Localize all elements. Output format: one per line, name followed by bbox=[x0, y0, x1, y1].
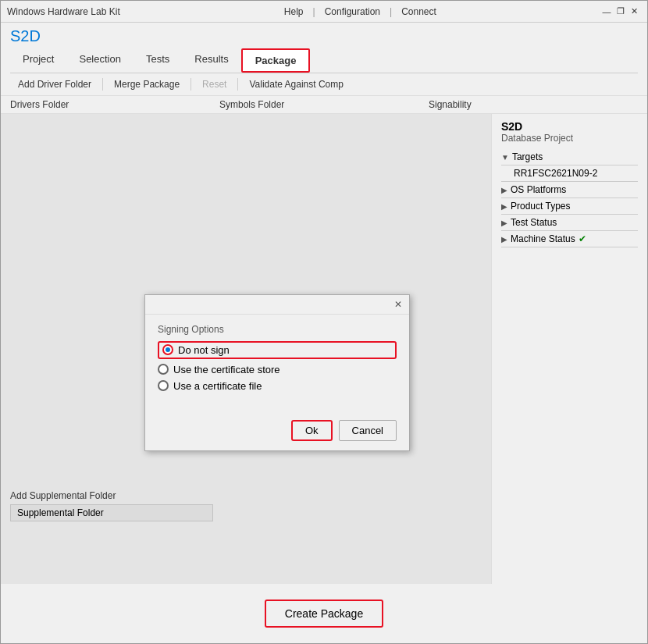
arrow-os-platforms: ▶ bbox=[501, 186, 507, 194]
signing-options-dialog: ✕ Signing Options Do not sign bbox=[144, 294, 410, 451]
sep2: | bbox=[390, 6, 392, 17]
col-signability: Signability bbox=[429, 99, 638, 110]
configuration-link[interactable]: Configuration bbox=[325, 6, 380, 17]
dialog-body: Signing Options Do not sign Use the cert… bbox=[145, 315, 409, 414]
toolbar-separator-2 bbox=[190, 78, 191, 91]
divider-test-status bbox=[501, 230, 638, 231]
column-headers: Drivers Folder Symbols Folder Signabilit… bbox=[1, 96, 647, 114]
divider-targets bbox=[501, 165, 638, 165]
tab-project[interactable]: Project bbox=[10, 48, 66, 73]
validate-button[interactable]: Validate Against Comp bbox=[241, 76, 351, 92]
machine-status-label: Machine Status bbox=[511, 233, 575, 244]
arrow-targets: ▼ bbox=[501, 153, 509, 162]
radio-cert-file-indicator bbox=[158, 380, 169, 391]
tree-test-status[interactable]: ▶ Test Status bbox=[501, 215, 638, 229]
signing-options-label: Signing Options bbox=[158, 324, 397, 335]
cancel-button[interactable]: Cancel bbox=[339, 420, 397, 441]
title-bar-menu: Help | Configuration | Connect bbox=[284, 6, 436, 17]
create-package-button[interactable]: Create Package bbox=[265, 600, 383, 628]
product-types-label: Product Types bbox=[511, 201, 571, 212]
dialog-footer: Ok Cancel bbox=[145, 414, 409, 450]
targets-label: Targets bbox=[512, 151, 543, 162]
radio-cert-file[interactable]: Use a certificate file bbox=[158, 380, 397, 392]
radio-do-not-sign[interactable]: Do not sign bbox=[158, 341, 397, 359]
main-content: Add Supplemental Folder Supplemental Fol… bbox=[1, 114, 647, 584]
app-header: S2D Project Selection Tests Results Pack… bbox=[1, 23, 647, 73]
radio-cert-file-label: Use a certificate file bbox=[173, 380, 262, 392]
radio-do-not-sign-indicator bbox=[162, 344, 173, 355]
arrow-product-types: ▶ bbox=[501, 202, 507, 211]
divider-os-platforms bbox=[501, 197, 638, 198]
tree-machine-status[interactable]: ▶ Machine Status ✔ bbox=[501, 232, 638, 246]
arrow-machine-status: ▶ bbox=[501, 235, 507, 244]
dialog-overlay: ✕ Signing Options Do not sign bbox=[1, 114, 491, 584]
divider-machine-status bbox=[501, 247, 638, 247]
radio-cert-store-indicator bbox=[158, 364, 169, 375]
signing-radio-group: Do not sign Use the certificate store Us… bbox=[158, 341, 397, 392]
add-driver-folder-button[interactable]: Add Driver Folder bbox=[10, 76, 99, 92]
target-name-label: RR1FSC2621N09-2 bbox=[514, 168, 597, 179]
col-symbols-folder: Symbols Folder bbox=[219, 99, 429, 110]
title-bar: Windows Hardware Lab Kit Help | Configur… bbox=[1, 1, 647, 23]
arrow-test-status: ▶ bbox=[501, 219, 507, 227]
merge-package-button[interactable]: Merge Package bbox=[106, 76, 187, 92]
main-window: Windows Hardware Lab Kit Help | Configur… bbox=[0, 0, 648, 644]
sep1: | bbox=[313, 6, 315, 17]
radio-cert-store[interactable]: Use the certificate store bbox=[158, 364, 397, 375]
help-link[interactable]: Help bbox=[284, 6, 304, 17]
window-title: Windows Hardware Lab Kit bbox=[7, 6, 120, 17]
toolbar-separator-3 bbox=[237, 78, 238, 91]
test-status-label: Test Status bbox=[511, 217, 557, 228]
divider-product-types bbox=[501, 214, 638, 215]
ok-button[interactable]: Ok bbox=[291, 420, 333, 441]
connect-link[interactable]: Connect bbox=[401, 6, 436, 17]
nav-tabs: Project Selection Tests Results Package bbox=[10, 48, 638, 73]
radio-do-not-sign-label: Do not sign bbox=[178, 344, 230, 356]
right-panel-title: S2D bbox=[501, 120, 638, 133]
app-title: S2D bbox=[10, 27, 638, 45]
minimize-button[interactable]: — bbox=[600, 5, 613, 18]
tree-os-platforms[interactable]: ▶ OS Platforms bbox=[501, 183, 638, 197]
os-platforms-label: OS Platforms bbox=[511, 184, 566, 195]
reset-button[interactable]: Reset bbox=[194, 76, 234, 92]
right-panel-subtitle: Database Project bbox=[501, 133, 638, 144]
app-title-bar: Windows Hardware Lab Kit bbox=[7, 6, 120, 17]
tree-targets[interactable]: ▼ Targets bbox=[501, 150, 638, 164]
dialog-titlebar: ✕ bbox=[145, 295, 409, 315]
divider-target-name bbox=[501, 181, 638, 182]
tab-selection[interactable]: Selection bbox=[66, 48, 133, 73]
right-panel: S2D Database Project ▼ Targets RR1FSC262… bbox=[491, 114, 647, 584]
toolbar-separator-1 bbox=[102, 78, 103, 91]
left-panel: Add Supplemental Folder Supplemental Fol… bbox=[1, 114, 491, 584]
window-controls: — ❐ ✕ bbox=[600, 5, 641, 18]
radio-cert-store-label: Use the certificate store bbox=[173, 364, 280, 375]
col-drivers-folder: Drivers Folder bbox=[10, 99, 219, 110]
bottom-bar: Create Package bbox=[1, 584, 647, 643]
close-button[interactable]: ✕ bbox=[628, 5, 641, 18]
tree-product-types[interactable]: ▶ Product Types bbox=[501, 199, 638, 213]
toolbar: Add Driver Folder Merge Package Reset Va… bbox=[1, 73, 647, 96]
tab-package[interactable]: Package bbox=[241, 48, 311, 73]
dialog-close-button[interactable]: ✕ bbox=[392, 298, 404, 311]
restore-button[interactable]: ❐ bbox=[614, 5, 627, 18]
tab-tests[interactable]: Tests bbox=[134, 48, 182, 73]
machine-status-check-icon: ✔ bbox=[579, 233, 586, 244]
tree-target-name[interactable]: RR1FSC2621N09-2 bbox=[501, 166, 638, 180]
tab-results[interactable]: Results bbox=[182, 48, 240, 73]
